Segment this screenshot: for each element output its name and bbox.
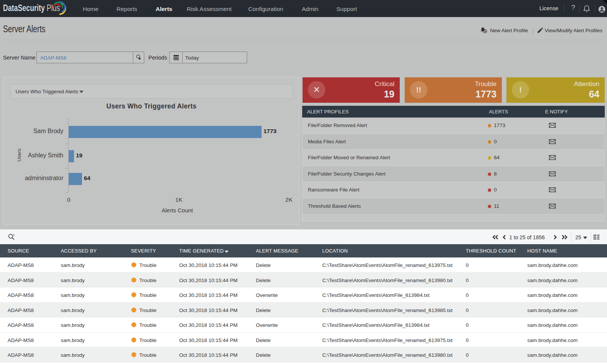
svg-text:19: 19 — [76, 152, 83, 158]
svg-text:admininstrator: admininstrator — [25, 175, 64, 181]
svg-text:Ashley Smith: Ashley Smith — [28, 152, 63, 158]
svg-text:1K: 1K — [175, 196, 183, 203]
svg-text:2K: 2K — [285, 196, 293, 203]
svg-text:1773: 1773 — [263, 128, 277, 134]
svg-text:0: 0 — [67, 196, 71, 203]
svg-text:Sam Brody: Sam Brody — [33, 128, 63, 134]
svg-text:Alerts Count: Alerts Count — [162, 207, 193, 213]
svg-text:64: 64 — [84, 175, 91, 181]
svg-text:Users: Users — [16, 149, 22, 162]
